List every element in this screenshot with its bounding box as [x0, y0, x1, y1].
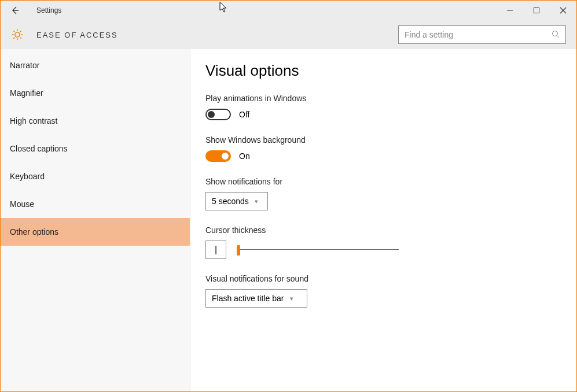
minimize-icon: [506, 7, 513, 14]
title-bar: Settings: [1, 1, 576, 20]
body: Narrator Magnifier High contrast Closed …: [1, 49, 576, 391]
sidebar-item-label: High contrast: [10, 116, 57, 125]
animations-label: Play animations in Windows: [205, 94, 561, 103]
content-pane: Visual options Play animations in Window…: [190, 49, 576, 391]
back-button[interactable]: [5, 1, 25, 20]
search-wrap: [398, 25, 566, 44]
settings-window: Settings EASE OF ACCESS: [0, 0, 577, 392]
background-toggle[interactable]: [205, 150, 231, 162]
background-group: Show Windows background On: [205, 135, 561, 162]
animations-state: Off: [239, 110, 249, 119]
toggle-knob: [222, 153, 229, 160]
visual-notif-value: Flash active title bar: [212, 294, 284, 303]
cursor-group: Cursor thickness |: [205, 225, 561, 259]
notifications-label: Show notifications for: [205, 177, 561, 186]
maximize-icon: [533, 7, 540, 14]
animations-toggle[interactable]: [205, 109, 231, 120]
chevron-down-icon: ▾: [290, 295, 293, 302]
animations-group: Play animations in Windows Off: [205, 94, 561, 120]
minimize-button[interactable]: [497, 1, 523, 20]
svg-line-9: [13, 31, 14, 32]
sidebar-item-label: Closed captions: [10, 144, 68, 153]
window-controls: [497, 1, 576, 20]
sidebar-item-narrator[interactable]: Narrator: [1, 51, 190, 79]
svg-line-12: [13, 38, 14, 39]
sidebar-item-high-contrast[interactable]: High contrast: [1, 107, 190, 135]
sidebar-item-magnifier[interactable]: Magnifier: [1, 79, 190, 107]
close-icon: [560, 7, 567, 14]
toggle-knob: [208, 111, 215, 118]
sidebar-item-keyboard[interactable]: Keyboard: [1, 162, 190, 190]
sidebar-item-label: Other options: [10, 227, 58, 236]
search-icon: [552, 30, 560, 40]
arrow-left-icon: [10, 6, 20, 15]
section-title: EASE OF ACCESS: [36, 31, 118, 39]
cursor-thickness-slider[interactable]: [237, 243, 399, 257]
svg-point-4: [15, 32, 20, 37]
visual-notifications-group: Visual notifications for sound Flash act…: [205, 274, 561, 308]
notifications-select[interactable]: 5 seconds ▾: [205, 192, 268, 210]
sidebar-item-other-options[interactable]: Other options: [1, 218, 190, 246]
sidebar-item-label: Narrator: [10, 61, 39, 70]
svg-point-13: [553, 31, 558, 36]
svg-line-11: [20, 31, 21, 32]
visual-notif-label: Visual notifications for sound: [205, 274, 561, 283]
app-title: Settings: [36, 6, 61, 14]
background-state: On: [239, 151, 250, 161]
notifications-group: Show notifications for 5 seconds ▾: [205, 177, 561, 210]
svg-line-14: [557, 35, 560, 38]
sidebar-item-label: Mouse: [10, 199, 34, 209]
notifications-value: 5 seconds: [212, 197, 249, 206]
visual-notif-select[interactable]: Flash active title bar ▾: [205, 289, 307, 308]
maximize-button[interactable]: [523, 1, 550, 20]
search-box[interactable]: [398, 25, 566, 44]
sidebar-item-label: Magnifier: [10, 88, 43, 98]
slider-track: [237, 249, 399, 250]
gear-icon: [11, 28, 24, 41]
close-button[interactable]: [550, 1, 576, 20]
background-label: Show Windows background: [205, 135, 561, 145]
svg-rect-1: [534, 8, 539, 13]
cursor-preview: |: [205, 241, 226, 259]
sidebar-item-mouse[interactable]: Mouse: [1, 190, 190, 218]
cursor-label: Cursor thickness: [205, 225, 561, 235]
search-input[interactable]: [405, 30, 552, 39]
page-heading: Visual options: [205, 62, 561, 80]
sidebar-item-label: Keyboard: [10, 172, 45, 181]
svg-line-10: [20, 38, 21, 39]
chevron-down-icon: ▾: [255, 198, 258, 205]
sidebar-item-closed-captions[interactable]: Closed captions: [1, 135, 190, 162]
slider-thumb[interactable]: [237, 245, 240, 256]
header-bar: EASE OF ACCESS: [1, 20, 576, 49]
sidebar: Narrator Magnifier High contrast Closed …: [1, 49, 190, 391]
